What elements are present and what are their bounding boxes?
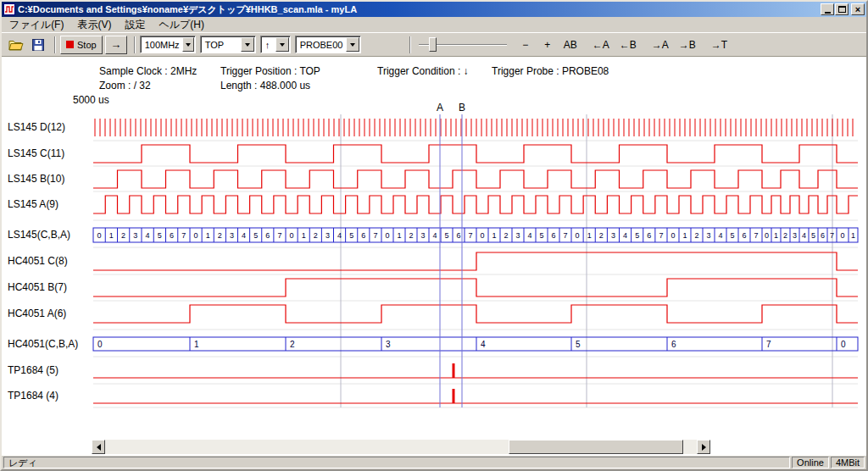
- scrollbar-thumb[interactable]: [509, 440, 683, 454]
- chevron-down-icon[interactable]: [241, 37, 254, 52]
- svg-text:7: 7: [563, 231, 567, 240]
- svg-text:0: 0: [385, 231, 389, 240]
- scrollbar-track[interactable]: [105, 440, 697, 454]
- trigger-position-select[interactable]: TOP: [200, 36, 256, 53]
- svg-text:7: 7: [766, 340, 771, 349]
- svg-text:7: 7: [659, 231, 663, 240]
- svg-text:6: 6: [265, 231, 270, 240]
- status-message: レディ: [3, 457, 790, 468]
- channel-label: LS145 A(9): [8, 198, 91, 210]
- svg-text:3: 3: [326, 231, 330, 240]
- svg-text:3: 3: [420, 231, 425, 240]
- svg-text:2: 2: [314, 231, 318, 240]
- open-folder-icon: [8, 39, 24, 51]
- svg-text:4: 4: [623, 231, 627, 240]
- svg-text:0: 0: [97, 231, 102, 240]
- svg-text:5: 5: [635, 231, 639, 240]
- svg-text:5: 5: [349, 231, 353, 240]
- channel-label: HC4051 A(6): [8, 308, 91, 319]
- svg-text:5: 5: [444, 231, 448, 240]
- toolbar-separator: [134, 36, 136, 53]
- run-button[interactable]: →: [105, 36, 127, 54]
- svg-text:4: 4: [242, 231, 246, 240]
- channel-waveform: 0123456701234567012345670123456701234567…: [93, 228, 858, 242]
- trigger-probe-select[interactable]: PROBE00: [295, 36, 361, 53]
- svg-text:0: 0: [840, 231, 844, 240]
- maximize-icon: [838, 6, 846, 13]
- channel-waveform: [93, 305, 858, 323]
- close-button[interactable]: ×: [851, 3, 865, 15]
- channel-label: TP1684 (5): [8, 364, 91, 376]
- trigger-edge-value: ↑: [265, 40, 273, 50]
- svg-text:1: 1: [774, 231, 778, 240]
- svg-text:4: 4: [802, 231, 806, 240]
- channel-waveform: [95, 119, 853, 136]
- chevron-down-icon[interactable]: [346, 37, 359, 52]
- slider-thumb[interactable]: [429, 37, 437, 52]
- zoom-out-button[interactable]: −: [515, 36, 536, 54]
- svg-text:1: 1: [492, 231, 496, 240]
- menu-file[interactable]: ファイル(F): [3, 16, 70, 34]
- svg-text:1: 1: [397, 231, 401, 240]
- toolbar-separator: [409, 36, 411, 53]
- svg-text:5: 5: [730, 231, 734, 240]
- open-file-button[interactable]: [6, 36, 26, 54]
- stop-button[interactable]: Stop: [60, 36, 103, 54]
- cursor-label: B: [459, 102, 465, 114]
- svg-text:1: 1: [302, 231, 306, 240]
- svg-text:4: 4: [337, 231, 342, 240]
- svg-text:6: 6: [671, 340, 676, 349]
- svg-text:6: 6: [647, 231, 651, 240]
- svg-text:5: 5: [576, 340, 581, 349]
- svg-text:7: 7: [277, 231, 281, 240]
- save-button[interactable]: [28, 36, 48, 54]
- jump-cursor-b-left-button[interactable]: ←B: [615, 36, 641, 54]
- svg-text:6: 6: [456, 231, 460, 240]
- scroll-right-button[interactable]: [697, 440, 710, 454]
- menu-settings[interactable]: 設定: [118, 16, 152, 34]
- svg-text:7: 7: [830, 231, 834, 240]
- svg-text:6: 6: [821, 231, 825, 240]
- svg-text:5: 5: [253, 231, 258, 240]
- svg-text:6: 6: [551, 231, 555, 240]
- sample-clock-select[interactable]: 100MHz: [140, 36, 196, 53]
- stop-label: Stop: [77, 40, 97, 50]
- chevron-down-icon[interactable]: [275, 37, 289, 52]
- waveform-area: Sample Clock : 2MHz Trigger Position : T…: [2, 57, 866, 456]
- channel-label: HC4051 C(8): [8, 255, 91, 267]
- trigger-edge-select[interactable]: ↑: [260, 36, 291, 53]
- ab-cursor-button[interactable]: AB: [559, 36, 581, 54]
- svg-text:4: 4: [527, 231, 531, 240]
- menu-bar: ファイル(F) 表示(V) 設定 ヘルプ(H): [2, 17, 866, 32]
- scroll-left-icon: [97, 444, 101, 451]
- toolbar: Stop → 100MHz TOP ↑ PROBE00 − + AB ←A: [2, 32, 866, 57]
- waveform-canvas: 0123456701234567012345670123456701234567…: [2, 57, 866, 442]
- channel-waveform: [93, 170, 858, 188]
- menu-help[interactable]: ヘルプ(H): [152, 16, 211, 34]
- svg-text:7: 7: [181, 231, 186, 240]
- svg-text:0: 0: [670, 231, 675, 240]
- title-bar: C:¥Documents and Settings¥noname¥デスクトップ¥…: [2, 2, 866, 17]
- chevron-down-icon[interactable]: [182, 37, 194, 52]
- svg-text:7: 7: [373, 231, 377, 240]
- svg-text:1: 1: [682, 231, 687, 240]
- scroll-right-icon: [702, 444, 706, 451]
- svg-text:2: 2: [599, 231, 604, 240]
- minimize-button[interactable]: [821, 3, 834, 15]
- horizontal-scrollbar[interactable]: [92, 440, 710, 454]
- jump-cursor-a-right-button[interactable]: →A: [648, 36, 673, 54]
- channel-waveform: [93, 196, 858, 213]
- jump-cursor-b-right-button[interactable]: →B: [675, 36, 700, 54]
- maximize-button[interactable]: [835, 3, 849, 15]
- menu-view[interactable]: 表示(V): [70, 16, 118, 34]
- zoom-slider[interactable]: [417, 36, 509, 54]
- status-bar: レディ Online 4MBit: [2, 456, 866, 469]
- scroll-left-button[interactable]: [92, 440, 105, 454]
- zoom-in-button[interactable]: +: [537, 36, 558, 54]
- svg-text:0: 0: [480, 231, 484, 240]
- trigger-position-value: TOP: [205, 40, 238, 50]
- jump-cursor-a-left-button[interactable]: ←A: [588, 36, 614, 54]
- svg-text:2: 2: [409, 231, 413, 240]
- jump-trigger-button[interactable]: →T: [707, 36, 732, 54]
- channel-label: TP1684 (4): [8, 390, 91, 402]
